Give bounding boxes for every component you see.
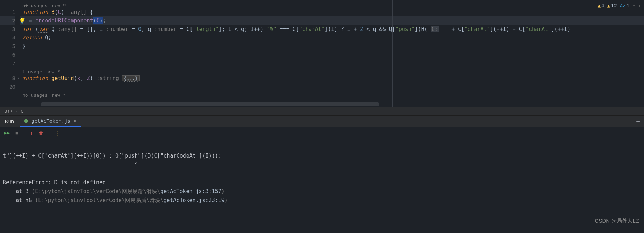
right-margin-ruler xyxy=(392,0,393,107)
console-line: ^ xyxy=(3,161,138,168)
file-link[interactable]: getAcToken.js:23:19 xyxy=(163,197,225,203)
code-body[interactable]: 5+ usagesnew * function B(C) :any[] { 💡 … xyxy=(20,0,644,107)
typo-icon: A✓ xyxy=(620,3,626,9)
clear-icon[interactable]: 🗑 xyxy=(38,130,43,136)
inlay-hint: 5+ usagesnew * xyxy=(20,1,644,8)
code-line-active[interactable]: 💡 C = encodeURIComponent(C); xyxy=(20,16,644,25)
breadcrumb-item[interactable]: C xyxy=(21,108,23,114)
breadcrumb[interactable]: B() › C xyxy=(0,107,644,115)
code-line[interactable]: } xyxy=(20,42,644,51)
stop-button[interactable]: ■ xyxy=(16,131,18,136)
file-link[interactable]: getAcToken.js:3:157 xyxy=(160,188,221,195)
more-icon[interactable]: ⋮ xyxy=(55,130,61,136)
stack-frame: at B (E:\pyton\jsEnvTool\verCode\网易易盾\滑块… xyxy=(3,188,225,195)
more-icon[interactable]: ⋮ xyxy=(626,118,632,125)
gutter: 1 2 3 4 5 6 7 8 › 20 xyxy=(0,0,20,107)
prev-highlight-icon[interactable]: ↑ xyxy=(632,3,635,9)
code-line[interactable]: function B(C) :any[] { xyxy=(20,8,644,16)
close-icon[interactable]: × xyxy=(73,118,77,124)
inlay-hint: no usagesnew * xyxy=(20,91,644,97)
tool-window-tabs: Run ⬢ getAcToken.js × ⋮ — xyxy=(0,115,644,127)
divider xyxy=(49,130,49,136)
console-output[interactable]: t"](++I) + C["charAt"](++I))[0]) : Q["pu… xyxy=(0,139,644,208)
divider xyxy=(24,130,24,136)
run-toolbar: ▶▶ ■ ↕ 🗑 ⋮ xyxy=(0,127,644,139)
stack-frame: at nG (E:\pyton\jsEnvTool\verCode\网易易盾\滑… xyxy=(3,197,228,203)
run-tool-label[interactable]: Run xyxy=(5,118,14,124)
breadcrumb-item[interactable]: B() xyxy=(4,108,12,114)
intention-bulb-icon[interactable]: 💡 xyxy=(20,17,26,25)
fold-icon[interactable]: › xyxy=(17,74,20,83)
inspections-widget[interactable]: ▲4 ▲12 A✓1 ↑ ↓ xyxy=(598,3,641,9)
watermark: CSDN @局外人LZ xyxy=(595,218,639,224)
rerun-button[interactable]: ▶▶ xyxy=(4,130,10,136)
chevron-right-icon: › xyxy=(15,109,18,113)
run-config-tab[interactable]: ⬢ getAcToken.js × xyxy=(20,116,81,127)
horizontal-scrollbar[interactable] xyxy=(41,102,379,106)
console-line: t"](++I) + C["charAt"](++I))[0]) : Q["pu… xyxy=(3,153,221,159)
inlay-hint: 1 usagenew * xyxy=(20,68,644,74)
folded-region[interactable]: {...} xyxy=(122,75,140,81)
soft-wrap-icon[interactable]: ↕ xyxy=(30,130,33,136)
code-line[interactable]: return Q; xyxy=(20,33,644,42)
nodejs-icon: ⬢ xyxy=(24,118,28,124)
next-highlight-icon[interactable]: ↓ xyxy=(638,3,641,9)
code-editor[interactable]: 1 2 3 4 5 6 7 8 › 20 5+ usagesnew * func… xyxy=(0,0,644,107)
error-icon: ▲ xyxy=(598,3,601,9)
warning-icon: ▲ xyxy=(607,3,610,9)
minimize-icon[interactable]: — xyxy=(636,118,640,125)
code-line[interactable]: function getUuid(x, Z) :string {...} xyxy=(20,74,644,83)
code-line[interactable]: for (var Q :any[] = [], I :number = 0, q… xyxy=(20,25,644,33)
console-error: ReferenceError: D is not defined xyxy=(3,179,106,186)
